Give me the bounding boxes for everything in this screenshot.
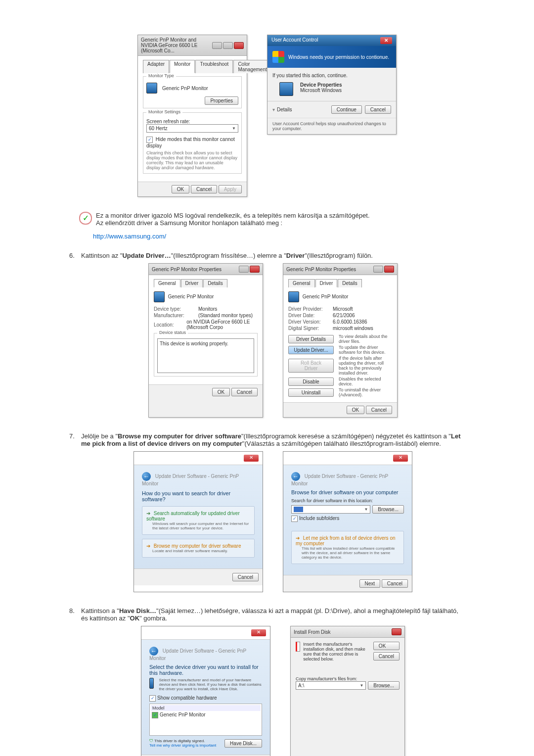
drive-dropdown[interactable]: A:\ ▼ [296, 681, 366, 690]
model-header: Model [151, 705, 261, 711]
hide-modes-desc: Clearing this check box allows you to se… [146, 150, 238, 170]
properties-general-dialog: Generic PnP Monitor Properties General D… [148, 263, 263, 418]
wizard-select: ✕ ← Update Driver Software - Generic PnP… [141, 626, 270, 756]
dialog-title: Generic PnP Monitor and NVIDIA GeForce 6… [141, 37, 212, 53]
have-disk-button[interactable]: Have Disk... [224, 739, 262, 748]
tab-details[interactable]: Details [338, 279, 362, 287]
details-link[interactable]: Details [277, 107, 292, 112]
disk-icon [296, 642, 300, 652]
hide-modes-label: Hide modes that this monitor cannot disp… [146, 137, 235, 148]
cancel-button[interactable]: Cancel [365, 105, 391, 114]
ok-button[interactable]: OK [373, 642, 400, 650]
location-label: Search for driver software in this locat… [291, 498, 404, 503]
subfolders-checkbox[interactable]: ✓ [291, 516, 298, 522]
driver-details-button[interactable]: Driver Details [288, 335, 334, 343]
back-icon[interactable]: ← [142, 472, 151, 481]
group-label: Monitor Settings [146, 109, 182, 114]
cancel-button[interactable]: Cancel [366, 406, 392, 414]
cancel-button[interactable]: Cancel [231, 388, 258, 396]
install-from-disk-dialog: Install From Disk Insert the manufacture… [290, 626, 405, 756]
note-line2: Az ellenőrzött driver a Samsung Monitor … [96, 219, 370, 227]
close-icon[interactable]: ✕ [244, 455, 259, 462]
uac-title-text: User Account Control [271, 37, 318, 44]
tab-adapter[interactable]: Adapter [143, 60, 169, 73]
disk-message: Insert the manufacturer's installation d… [303, 642, 369, 662]
path-dropdown[interactable]: ▼ [291, 505, 370, 514]
hide-modes-checkbox[interactable]: ✓ [146, 137, 153, 143]
monitor-icon [288, 291, 299, 302]
rollback-button[interactable]: Roll Back Driver [288, 359, 334, 373]
close-icon[interactable]: ✕ [251, 629, 266, 636]
samsung-link[interactable]: http://www.samsung.com/ [93, 233, 166, 240]
ok-button[interactable]: OK [212, 388, 230, 396]
monitor-icon [149, 678, 154, 689]
back-icon[interactable]: ← [291, 472, 300, 481]
monitor-icon [154, 291, 165, 302]
close-icon[interactable]: ✕ [380, 37, 392, 44]
arrow-icon: ➔ [296, 535, 300, 541]
ok-button[interactable]: OK [347, 406, 364, 414]
signed-icon: 🛡 [149, 739, 153, 743]
cancel-button[interactable]: Cancel [382, 579, 408, 588]
option-browse[interactable]: ➔ Browse my computer for driver software… [142, 539, 255, 558]
uac-item-name: Device Properties [300, 82, 342, 88]
option-pick[interactable]: ➔ Let me pick from a list of device driv… [291, 531, 404, 564]
tab-general[interactable]: General [288, 279, 315, 287]
tab-monitor[interactable]: Monitor [170, 60, 195, 73]
cancel-button[interactable]: Cancel [373, 652, 400, 661]
uninstall-button[interactable]: Uninstall [288, 388, 334, 397]
cancel-button[interactable]: Cancel [191, 185, 217, 193]
wizard-heading: Browse for driver software on your compu… [291, 489, 404, 495]
back-icon[interactable]: ← [149, 647, 158, 656]
uac-headline: Windows needs your permission to contion… [288, 54, 389, 60]
close-icon[interactable]: ✕ [393, 455, 408, 462]
dialog-buttons: OK Cancel Apply [138, 182, 247, 196]
refresh-dropdown[interactable]: 60 Hertz ▼ [146, 124, 238, 133]
monitor-icon [146, 83, 157, 94]
uac-header: Windows needs your permission to contion… [267, 46, 396, 68]
disable-button[interactable]: Disable [288, 378, 334, 386]
cancel-button[interactable]: Cancel [232, 573, 259, 581]
breadcrumb: Update Driver Software - Generic PnP Mon… [149, 648, 246, 661]
list-item[interactable]: Generic PnP Monitor [160, 712, 206, 717]
note-block: ✓ Ez a monitor driver igazoló MS logóval… [79, 212, 465, 227]
properties-driver-dialog: Generic PnP Monitor Properties General D… [283, 263, 398, 418]
monitor-settings-dialog: Generic PnP Monitor and NVIDIA GeForce 6… [137, 35, 247, 197]
continue-button[interactable]: Continue [331, 105, 362, 114]
option-auto[interactable]: ➔ Search automatically for updated drive… [142, 506, 255, 535]
properties-button[interactable]: Properties [205, 96, 238, 105]
update-driver-button[interactable]: Update Driver... [288, 346, 334, 354]
step-number: 7. [69, 432, 77, 447]
expand-icon[interactable]: ▾ [272, 107, 275, 112]
copy-from-label: Copy manufacturer's files from: [296, 676, 400, 681]
shield-icon [272, 51, 284, 63]
tab-color[interactable]: Color Management [233, 60, 271, 73]
browse-button[interactable]: Browse... [372, 505, 404, 514]
monitor-type-group: Monitor Type Generic PnP Monitor Propert… [143, 76, 242, 108]
signing-link[interactable]: Tell me why driver signing is important [149, 743, 216, 748]
step-number: 8. [69, 607, 77, 622]
status-text: This device is working properly. [157, 338, 254, 373]
tab-details[interactable]: Details [203, 279, 227, 287]
tab-troubleshoot[interactable]: Troubleshoot [195, 60, 233, 73]
tab-general[interactable]: General [154, 279, 180, 287]
wizard-heading: How do you want to search for driver sof… [142, 490, 255, 502]
tab-driver[interactable]: Driver [181, 279, 203, 287]
monitor-name: Generic PnP Monitor [162, 86, 208, 91]
breadcrumb: Update Driver Software - Generic PnP Mon… [291, 473, 388, 486]
compat-checkbox[interactable]: ✓ [149, 695, 156, 702]
window-buttons[interactable] [212, 42, 244, 49]
tabs[interactable]: Adapter Monitor Troubleshoot Color Manag… [143, 60, 242, 73]
wizard-browse: ✕ ← Update Driver Software - Generic PnP… [283, 451, 412, 592]
ok-button[interactable]: OK [172, 185, 189, 193]
next-button[interactable]: Next [359, 579, 381, 588]
step-number: 6. [69, 252, 77, 259]
arrow-icon: ➔ [146, 543, 150, 549]
wizard-sub: Select the manufacturer and model of you… [159, 678, 262, 691]
apply-button[interactable]: Apply [219, 185, 242, 193]
tab-driver[interactable]: Driver [315, 279, 338, 287]
uac-titlebar: User Account Control ✕ [267, 35, 396, 46]
uac-started: If you started this action, continue. [272, 73, 391, 78]
browse-button[interactable]: Browse... [368, 681, 400, 690]
dialog-title: Generic PnP Monitor Properties [286, 267, 356, 272]
